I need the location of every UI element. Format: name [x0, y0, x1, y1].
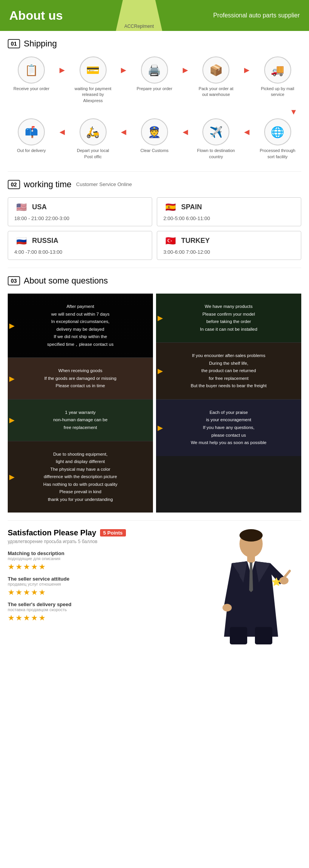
- turkey-name: TURKEY: [181, 237, 210, 245]
- arrow-2: ▶: [121, 66, 126, 74]
- satisfaction-title: Satisfaction Please Play 5 Points: [8, 528, 193, 537]
- points-badge: 5 Points: [100, 529, 126, 537]
- step-7-icon: ✈️: [202, 118, 229, 145]
- q-right-3: ▶ Each of your praiseis your encourageme…: [156, 400, 301, 456]
- step-3: 🖨️ Prepare your order: [135, 56, 174, 92]
- q-left-1-text: After paymentwe will send out within 7 d…: [14, 303, 147, 348]
- russia-flag: 🇷🇺: [14, 236, 28, 246]
- country-turkey: 🇹🇷 TURKEY 3:00-6:00 7:00-12:00: [157, 231, 301, 260]
- turkey-flag: 🇹🇷: [163, 236, 177, 246]
- step-8-icon: 👮: [141, 118, 168, 145]
- q-right-1-arrow: ▶: [158, 314, 163, 322]
- usa-header: 🇺🇸 USA: [14, 202, 146, 212]
- step-10: 📫 Out for delivery: [12, 118, 51, 154]
- step-9-icon: 🛵: [80, 118, 107, 145]
- step-3-label: Prepare your order: [137, 86, 172, 92]
- q-left-2: ▶ When receiving goodsIf the goods are d…: [8, 358, 153, 400]
- q-right-2-arrow: ▶: [158, 367, 163, 375]
- rating-2: The seller service attitude продавец усл…: [8, 576, 193, 597]
- header-tagline: Professional auto parts supplier: [162, 0, 309, 31]
- working-time-section: 02 working time Customer Service Online …: [0, 172, 309, 268]
- step-5-label: Picked up by mail service: [258, 86, 297, 98]
- shipping-num: 01: [8, 39, 20, 48]
- step-2-icon: 💳: [80, 56, 107, 84]
- shipping-row2: 📫 Out for delivery ◀ 🛵 Depart your local…: [8, 118, 301, 160]
- satisfaction-title-text: Satisfaction Please Play: [8, 528, 96, 537]
- rating-3-sublabel: поставка продавцом скорость: [8, 607, 193, 612]
- q-right-1-text: We have many productsPlease confirm your…: [162, 303, 295, 333]
- svg-text:⭐: ⭐: [272, 577, 281, 586]
- q-right-2: ▶ If you encounter after-sales problemsD…: [156, 343, 301, 400]
- rating-3: The seller's delivery speed поставка про…: [8, 601, 193, 622]
- step-4: 📦 Pack your order at out warehouse: [197, 56, 235, 98]
- step-8: 👮 Clear Customs: [135, 118, 174, 154]
- step-4-icon: 📦: [202, 56, 229, 84]
- step-9-label: Depart your local Post offic: [74, 148, 112, 160]
- step-arrow-down: ▼: [8, 108, 301, 116]
- turkey-header: 🇹🇷 TURKEY: [163, 236, 295, 246]
- q-right-2-text: If you encounter after-sales problemsDur…: [162, 352, 295, 390]
- step-8-label: Clear Customs: [141, 148, 169, 154]
- q-left-1: ▶ After paymentwe will send out within 7…: [8, 294, 153, 358]
- questions-section: 03 About some questions ▶ After paymentw…: [0, 268, 309, 520]
- step-2-label: waiting for payment released by Aliexpre…: [74, 86, 112, 104]
- questions-title: 03 About some questions: [8, 276, 301, 286]
- rating-1: Matching to description подходящие для о…: [8, 550, 193, 571]
- satisfaction-section: Satisfaction Please Play 5 Points удовле…: [0, 521, 309, 652]
- working-time-heading: working time: [24, 179, 71, 190]
- step-7: ✈️ Flown to destination country: [197, 118, 235, 160]
- q-left-4-arrow: ▶: [9, 473, 15, 481]
- russia-name: RUSSIA: [32, 237, 58, 245]
- questions-heading: About some questions: [24, 276, 108, 286]
- svg-rect-16: [255, 627, 272, 644]
- shipping-title: 01 Shipping: [8, 39, 301, 49]
- q-right-1: ▶ We have many productsPlease confirm yo…: [156, 294, 301, 343]
- arrow-8: ◀: [121, 128, 126, 136]
- step-1-icon: 📋: [18, 56, 45, 84]
- arrow-6: ◀: [244, 128, 250, 136]
- q-right-3-arrow: ▶: [158, 424, 163, 432]
- person-illustration: ⭐: [209, 528, 294, 644]
- country-russia: 🇷🇺 RUSSIA 4:00 -7:00 8:00-13:00: [8, 231, 152, 260]
- step-6: 🌐 Processed through sort facility: [258, 118, 297, 160]
- header-left: About us: [0, 0, 116, 31]
- shipping-section: 01 Shipping 📋 Receive your order ▶ 💳 wai…: [0, 31, 309, 171]
- step-5: 🚚 Picked up by mail service: [258, 56, 297, 98]
- satisfaction-right: ⭐: [201, 528, 301, 644]
- rating-2-sublabel: продавец услуг отношения: [8, 582, 193, 586]
- q-right-3-text: Each of your praiseis your encouragement…: [162, 409, 295, 447]
- satisfaction-subtitle: удовлетворение просьба играть 5 баллов: [8, 539, 193, 544]
- working-time-subtitle: Customer Service Online: [76, 181, 132, 187]
- questions-left-panel: ▶ After paymentwe will send out within 7…: [8, 294, 153, 513]
- arrow-9: ◀: [59, 128, 65, 136]
- q-left-2-text: When receiving goodsIf the goods are dam…: [14, 367, 147, 390]
- step-10-icon: 📫: [18, 118, 45, 145]
- step-7-label: Flown to destination country: [197, 148, 235, 160]
- rating-1-label: Matching to description: [8, 550, 193, 556]
- header-brand: ACCReplment: [116, 0, 162, 31]
- russia-header: 🇷🇺 RUSSIA: [14, 236, 146, 246]
- step-3-icon: 🖨️: [141, 56, 168, 84]
- working-time-num: 02: [8, 180, 20, 189]
- usa-name: USA: [32, 203, 47, 211]
- step-2: 💳 waiting for payment released by Aliexp…: [74, 56, 112, 104]
- step-1-label: Receive your order: [14, 86, 49, 92]
- spain-time: 2:00-5:00 6:00-11:00: [163, 215, 295, 221]
- q-left-1-arrow: ▶: [9, 321, 15, 330]
- arrow-1: ▶: [59, 66, 65, 74]
- usa-time: 18:00 - 21:00 22:00-3:00: [14, 215, 146, 221]
- shipping-row1: 📋 Receive your order ▶ 💳 waiting for pay…: [8, 56, 301, 104]
- satisfaction-left: Satisfaction Please Play 5 Points удовле…: [8, 528, 193, 644]
- spain-flag: 🇪🇸: [163, 202, 177, 212]
- rating-3-label: The seller's delivery speed: [8, 601, 193, 607]
- q-left-3: ▶ 1 year warrantynon-human damage can be…: [8, 400, 153, 441]
- shipping-heading: Shipping: [24, 39, 57, 49]
- header-title: About us: [9, 9, 63, 23]
- svg-line-12: [284, 571, 290, 578]
- step-6-icon: 🌐: [264, 118, 291, 145]
- rating-3-stars: ★★★★★: [8, 613, 193, 622]
- arrow-3: ▶: [183, 66, 188, 74]
- step-10-label: Out for delivery: [17, 148, 46, 154]
- step-4-label: Pack your order at out warehouse: [197, 86, 235, 98]
- svg-rect-15: [230, 627, 247, 644]
